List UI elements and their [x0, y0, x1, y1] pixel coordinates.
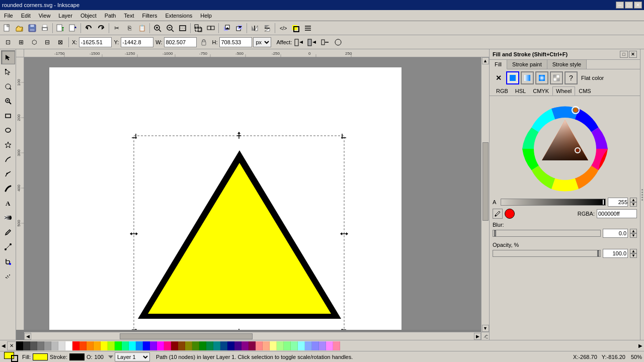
palette-color-swatch[interactable] — [23, 341, 30, 350]
menu-file[interactable]: File — [0, 12, 17, 20]
save-button[interactable] — [26, 22, 38, 34]
tab-stroke-paint[interactable]: Stroke paint — [507, 60, 547, 69]
palette-color-swatch[interactable] — [291, 341, 298, 350]
align-snap-3[interactable]: ⊟ — [41, 36, 53, 48]
rgba-input[interactable] — [597, 209, 637, 218]
tab-cms[interactable]: CMS — [575, 86, 594, 96]
blur-thumb[interactable] — [494, 230, 496, 236]
palette-color-swatch[interactable] — [171, 341, 178, 350]
palette-color-swatch[interactable] — [213, 341, 220, 350]
palette-color-swatch[interactable] — [277, 341, 284, 350]
units-select[interactable]: px mm cm in pt — [253, 37, 271, 47]
align-snap-1[interactable]: ⊞ — [15, 36, 27, 48]
select-tool[interactable] — [1, 50, 15, 64]
cut-button[interactable]: ✂ — [111, 22, 123, 34]
palette-color-swatch[interactable] — [94, 341, 101, 350]
palette-color-swatch[interactable] — [58, 341, 65, 350]
h-input[interactable] — [219, 37, 252, 47]
calligraphy-tool[interactable] — [1, 182, 15, 196]
blur-slider[interactable] — [493, 230, 601, 237]
affect-btn-1[interactable] — [293, 36, 305, 48]
palette-color-swatch[interactable] — [199, 341, 206, 350]
text-tool[interactable]: A — [1, 196, 15, 210]
palette-right-arrow[interactable]: ▶ — [637, 341, 644, 350]
menu-filters[interactable]: Filters — [138, 12, 162, 20]
affect-btn-3[interactable] — [319, 36, 331, 48]
opacity-thumb[interactable] — [597, 250, 599, 256]
palette-color-swatch[interactable] — [101, 341, 108, 350]
palette-color-swatch[interactable] — [37, 341, 44, 350]
palette-color-swatch[interactable] — [192, 341, 199, 350]
xml-editor-button[interactable]: </> — [277, 22, 289, 34]
close-button[interactable]: ✕ — [634, 2, 642, 9]
tab-hsl[interactable]: HSL — [512, 86, 529, 96]
vscroll-down-button[interactable]: ▼ — [482, 325, 489, 332]
panel-float-button[interactable]: □ — [620, 51, 628, 58]
canvas-area[interactable]: -1750 -1500 -1250 -1000 -750 -500 -250 0… — [16, 49, 489, 340]
palette-color-swatch[interactable] — [312, 341, 319, 350]
alpha-thumb[interactable] — [602, 199, 604, 205]
alpha-spin-down[interactable]: ▼ — [630, 202, 637, 207]
redo-button[interactable] — [95, 22, 107, 34]
layer-select[interactable]: Layer 1 — [115, 352, 150, 361]
menu-text[interactable]: Text — [120, 12, 138, 20]
palette-color-swatch[interactable] — [87, 341, 94, 350]
color-wheel-container[interactable] — [490, 96, 640, 197]
palette-color-swatch[interactable] — [157, 341, 164, 350]
palette-color-swatch[interactable] — [72, 341, 79, 350]
palette-color-swatch[interactable] — [30, 341, 37, 350]
menu-layer[interactable]: Layer — [54, 12, 76, 20]
pencil-tool[interactable] — [1, 152, 15, 166]
group-button[interactable] — [192, 22, 204, 34]
palette-color-swatch[interactable] — [164, 341, 171, 350]
canvas-scroll[interactable] — [24, 57, 481, 330]
paint-bucket-tool[interactable] — [1, 254, 15, 268]
connect-tool[interactable] — [1, 240, 15, 254]
w-input[interactable] — [164, 37, 197, 47]
minimize-button[interactable]: ─ — [616, 2, 624, 9]
align-snap-4[interactable]: ⊠ — [54, 36, 66, 48]
menu-edit[interactable]: Edit — [17, 12, 35, 20]
affect-btn-4[interactable] — [332, 36, 344, 48]
open-button[interactable] — [14, 22, 26, 34]
palette-color-swatch[interactable] — [333, 341, 340, 350]
palette-color-swatch[interactable] — [136, 341, 143, 350]
tab-cmyk[interactable]: CMYK — [529, 86, 552, 96]
rect-tool[interactable] — [1, 109, 15, 123]
palette-color-swatch[interactable] — [122, 341, 129, 350]
gradient-tool[interactable] — [1, 211, 15, 225]
lower-button[interactable] — [233, 22, 245, 34]
hscroll-track[interactable] — [31, 333, 474, 340]
align-snap-2[interactable]: ⬡ — [28, 36, 40, 48]
fill-stroke-button[interactable] — [289, 22, 301, 34]
alpha-slider[interactable] — [501, 199, 606, 206]
palette-color-swatch[interactable] — [326, 341, 333, 350]
star-tool[interactable] — [1, 138, 15, 152]
copy-button[interactable]: ⎘ — [123, 22, 135, 34]
palette-color-swatch[interactable] — [129, 341, 136, 350]
menu-help[interactable]: Help — [196, 12, 216, 20]
paste-button[interactable]: 📋 — [136, 22, 148, 34]
undo-button[interactable] — [83, 22, 95, 34]
blur-spin-up[interactable]: ▲ — [630, 229, 637, 233]
menu-object[interactable]: Object — [76, 12, 101, 20]
stroke-indicator[interactable] — [11, 355, 18, 362]
radial-gradient-button[interactable] — [535, 71, 548, 84]
opacity-spin-down[interactable]: ▼ — [630, 253, 637, 258]
hscroll-right-button[interactable]: ▶ — [474, 333, 481, 340]
palette-color-swatch[interactable] — [220, 341, 227, 350]
palette-color-swatch[interactable] — [284, 341, 291, 350]
hscroll-left-button[interactable]: ◀ — [24, 333, 31, 340]
alpha-value-input[interactable] — [608, 198, 628, 207]
panel-close-button[interactable]: ✕ — [629, 51, 637, 58]
palette-color-swatch[interactable] — [319, 341, 326, 350]
transform-button[interactable]: ⊡ — [2, 36, 14, 48]
spray-tool[interactable] — [1, 269, 15, 283]
palette-color-swatch[interactable] — [115, 341, 122, 350]
node-tool[interactable] — [1, 65, 15, 79]
palette-color-swatch[interactable] — [150, 341, 157, 350]
palette-color-swatch[interactable] — [256, 341, 263, 350]
ungroup-button[interactable] — [205, 22, 217, 34]
vscroll-track[interactable] — [482, 64, 489, 325]
export-button[interactable] — [67, 22, 79, 34]
